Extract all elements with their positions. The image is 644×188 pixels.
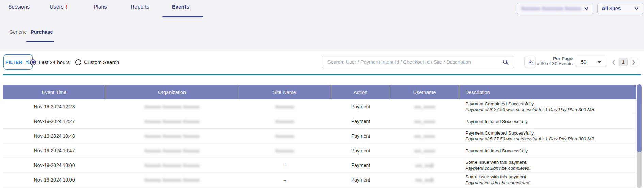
tab-plans[interactable]: Plans (94, 4, 107, 10)
table-row[interactable]: Nov-19-2024 10:00 Xxxxxxx Xxxxxxxx Xxxxx… (3, 173, 636, 187)
subtab-generic-label: Generic (9, 29, 27, 35)
cell-event-time: Nov-19-2024 10:48 (3, 129, 106, 143)
cell-action: Payment (331, 143, 390, 158)
scrollbar-thumb[interactable] (637, 84, 642, 152)
search-icon[interactable] (502, 59, 509, 65)
table-row[interactable]: Nov-19-2024 10:47 Xxxxxxx Xxxxxxxx Xxxxx… (3, 143, 636, 158)
column-username[interactable]: Username (390, 85, 459, 99)
cell-username: xxx_xx@ (390, 173, 459, 187)
cell-event-time: Nov-19-2024 12:27 (3, 114, 106, 128)
cell-organization: Xxxxxxx Xxxxxxxx Xxxxxxx (106, 114, 238, 128)
tab-reports[interactable]: Reports (131, 4, 149, 10)
vertical-scrollbar[interactable] (637, 84, 642, 188)
cell-event-time: Nov-19-2024 12:28 (3, 99, 106, 114)
cell-username: xxx_xxxxx (390, 99, 459, 114)
results-range: 1 to 30 of 30 Events (531, 61, 573, 66)
description-line-1: Some issue with this payment. (465, 174, 527, 180)
cell-event-time: Nov-19-2024 10:00 (3, 158, 106, 172)
tab-events-label: Events (172, 4, 189, 10)
radio-last-24-hours[interactable]: Last 24 hours (30, 59, 70, 65)
description-line-2: Payment couldn't be completed (465, 180, 529, 186)
cell-description: Some issue with this payment. Payment co… (459, 173, 636, 187)
tab-reports-label: Reports (131, 4, 149, 10)
cell-site-name: Xxxxxxxx (238, 143, 331, 158)
per-page-label: Per Page (531, 56, 573, 61)
radio-custom-search-label: Custom Search (84, 59, 119, 65)
pager: ❮ 1 ❯ (611, 57, 638, 67)
site-dropdown[interactable]: All Sites (597, 3, 643, 14)
tab-users-label: Users (50, 4, 63, 10)
description-line-1: Payment Completed Successfully. (465, 101, 535, 107)
cell-action: Payment (331, 129, 390, 143)
filter-button-label: FILTER (5, 60, 22, 65)
section-divider (3, 74, 641, 75)
cell-event-time: Nov-19-2024 10:00 (3, 173, 106, 187)
chevron-down-icon (634, 6, 639, 11)
column-event-time[interactable]: Event Time (3, 85, 106, 99)
description-line-1: Some issue with this payment. (465, 159, 527, 165)
top-bar: Sessions Users! Plans Reports Events Xxx… (0, 0, 644, 51)
description-line-1: Payment Initiated Successfully. (465, 148, 529, 154)
subtab-generic[interactable]: Generic (9, 29, 27, 35)
tab-sessions-label: Sessions (8, 4, 30, 10)
radio-last-24-hours-label: Last 24 hours (39, 59, 70, 65)
cell-description: Payment Completed Successfully. Payment … (459, 99, 636, 114)
cell-description: Payment Initiated Successfully. (459, 114, 636, 128)
column-site-name[interactable]: Site Name (238, 85, 331, 99)
description-line-1: Payment Initiated Successfully. (465, 119, 529, 124)
cell-organization: Xxxxxxx Xxxxxxxx Xxxxxxx (106, 158, 238, 172)
per-page-value: 50 (581, 59, 586, 65)
search-input[interactable] (327, 59, 502, 65)
table-header: Event Time Organization Site Name Action… (3, 85, 636, 99)
table-body: Nov-19-2024 12:28 Xxxxxxx Xxxxxxxx Xxxxx… (3, 99, 636, 187)
description-line-2: Payment of $ 27.50 was successful for 1 … (465, 136, 596, 142)
cell-username: xxx_xx@ (390, 158, 459, 172)
cell-site-name: Xxxxxxxx (238, 129, 331, 143)
table-row[interactable]: Nov-19-2024 10:48 Xxxxxxx Xxxxxxxx Xxxxx… (3, 129, 636, 143)
column-description[interactable]: Description (459, 85, 636, 99)
organization-dropdown-value: Xxxxxxx Xxxxxxxx Xxxxxxx (521, 6, 581, 11)
subtab-purchase[interactable]: Purchase (31, 29, 53, 35)
cell-description: Payment Initiated Successfully. (459, 143, 636, 158)
per-page-select[interactable]: 50 (576, 57, 606, 67)
cell-description: Some issue with this payment. Payment co… (459, 158, 636, 172)
users-alert-badge: ! (65, 4, 67, 10)
tab-plans-label: Plans (94, 4, 107, 10)
prev-page-button[interactable]: ❮ (611, 59, 617, 65)
tab-sessions[interactable]: Sessions (8, 4, 30, 10)
active-subtab-underline (26, 41, 54, 42)
table-row[interactable]: Nov-19-2024 12:27 Xxxxxxx Xxxxxxxx Xxxxx… (3, 114, 636, 129)
cell-organization: Xxxxxxx Xxxxxxxx Xxxxxxx (106, 143, 238, 158)
cell-action: Payment (331, 173, 390, 187)
description-line-2: Payment couldn't be completed. (465, 165, 531, 171)
cell-username: xxx_xxxxx (390, 129, 459, 143)
column-action[interactable]: Action (331, 85, 390, 99)
column-organization[interactable]: Organization (106, 85, 238, 99)
subtab-purchase-label: Purchase (31, 29, 53, 35)
cell-site-name: Xxxxxxxx (238, 99, 331, 114)
cell-site-name: Xxxxxxxx (238, 114, 331, 128)
filter-button[interactable]: FILTER (3, 54, 33, 70)
chevron-down-icon (584, 6, 589, 11)
table-row[interactable]: Nov-19-2024 10:00 Xxxxxxx Xxxxxxxx Xxxxx… (3, 158, 636, 173)
radio-selected-icon (30, 59, 36, 65)
next-page-button[interactable]: ❯ (630, 58, 638, 66)
description-line-1: Payment Completed Successfully. (465, 130, 535, 136)
filter-radio-group: Last 24 hours Custom Search (30, 54, 119, 70)
cell-site-name: -- (238, 158, 331, 172)
radio-unselected-icon (75, 59, 81, 65)
current-page-button[interactable]: 1 (619, 58, 628, 66)
cell-username: xxx_xxxxx (390, 143, 459, 158)
events-table: Event Time Organization Site Name Action… (3, 85, 636, 187)
cell-organization: Xxxxxxx Xxxxxxxx Xxxxxxx (106, 129, 238, 143)
cell-organization: Xxxxxxx Xxxxxxxx Xxxxxxx (106, 99, 238, 114)
tab-users[interactable]: Users! (50, 4, 67, 10)
triangle-down-icon (597, 61, 601, 63)
table-row[interactable]: Nov-19-2024 12:28 Xxxxxxx Xxxxxxxx Xxxxx… (3, 99, 636, 114)
radio-custom-search[interactable]: Custom Search (75, 59, 119, 65)
pagination-info: Per Page 1 to 30 of 30 Events (531, 56, 573, 66)
organization-dropdown[interactable]: Xxxxxxx Xxxxxxxx Xxxxxxx (517, 3, 593, 14)
description-line-2: Payment of $ 27.50 was successful for 1 … (465, 107, 596, 112)
tab-events[interactable]: Events (172, 4, 189, 10)
active-tab-underline (162, 16, 203, 17)
